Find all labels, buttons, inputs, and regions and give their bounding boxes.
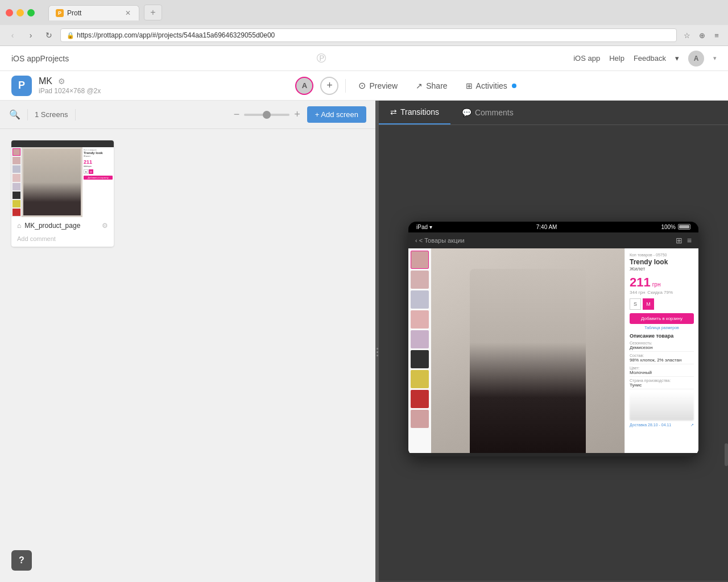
thumb-item-4[interactable]: [411, 310, 429, 329]
browser-chrome: P Prott ✕ + ‹ › ↻ 🔒 https://prottapp.com…: [0, 0, 728, 46]
activities-notification-dot: [512, 84, 516, 88]
desc-rows: Сезонность: Демисезон Состав: 98% хлопок…: [630, 341, 694, 421]
address-bar[interactable]: 🔒 https://prottapp.com/app/#/projects/54…: [60, 28, 677, 42]
product-brand-label: Коп товаров - 05750: [630, 253, 694, 257]
main-layout: 🔍 1 Screens − + + Add screen: [0, 101, 728, 582]
help-link[interactable]: Help: [609, 54, 624, 63]
back-button-app[interactable]: ‹ < Товары акции: [415, 237, 465, 244]
extensions-icon[interactable]: ⊕: [696, 30, 708, 41]
screen-comment[interactable]: Add comment: [11, 235, 114, 247]
browser-tab-prott[interactable]: P Prott ✕: [48, 5, 139, 20]
app-screen: ‹ < Товары акции ⊞ ≡: [408, 232, 698, 453]
thumb-item-2[interactable]: [411, 271, 429, 289]
app-top-bar: iOS app Projects ℗ iOS app Help Feedback…: [0, 46, 728, 71]
composition-value: 98% хлопок, 2% эластан: [630, 357, 694, 363]
thumb-item-9[interactable]: [411, 410, 429, 428]
zoom-slider[interactable]: [244, 114, 289, 116]
project-name: MK: [39, 76, 52, 86]
activities-button[interactable]: ⊞ Activities: [460, 78, 522, 94]
price-row: 211 грн: [630, 275, 694, 290]
device-battery-area: 100%: [661, 224, 690, 230]
comments-icon: 💬: [462, 108, 471, 117]
tab-bar: P Prott ✕ +: [48, 5, 722, 20]
desc-row-seasonality: Сезонность: Демисезон: [630, 341, 694, 352]
screens-grid: Коп товаров Trendy look Жилет 211 344 гр…: [0, 129, 375, 582]
battery-fill: [679, 225, 689, 228]
maximize-traffic-light[interactable]: [27, 9, 35, 16]
device-model: iPad ▾: [416, 224, 432, 230]
screens-count: 1 Screens: [35, 110, 68, 119]
browser-nav: ‹ › ↻ 🔒 https://prottapp.com/app/#/proje…: [0, 25, 728, 45]
share-button[interactable]: ↗ Share: [410, 78, 453, 94]
desc-title: Описание товара: [630, 333, 694, 339]
user-avatar[interactable]: A: [295, 77, 313, 95]
grid-view-icon[interactable]: ⊞: [676, 236, 682, 245]
thumb-item-7[interactable]: [411, 370, 429, 388]
add-to-cart-button[interactable]: Добавить в корзину: [630, 313, 694, 324]
share-icon-small[interactable]: ↗: [690, 423, 694, 427]
color-label: Цвет:: [630, 366, 694, 370]
size-chart-link[interactable]: Таблица размеров: [630, 326, 694, 330]
mockup-top-bar: [11, 140, 114, 147]
zoom-in-button[interactable]: +: [294, 109, 300, 120]
size-options: S M: [630, 298, 694, 310]
project-meta: iPad 1024×768 @2x: [39, 87, 101, 95]
comments-tab[interactable]: 💬 Comments: [450, 101, 525, 124]
thumb-item-3[interactable]: [411, 290, 429, 309]
settings-icon[interactable]: ≡: [711, 30, 722, 41]
product-info-panel: Коп товаров - 05750 Trendy look Жилет 21…: [624, 248, 698, 453]
thumb-item-8[interactable]: [411, 390, 429, 408]
minimize-traffic-light[interactable]: [16, 9, 24, 16]
close-traffic-light[interactable]: [6, 9, 13, 16]
left-toolbar: 🔍 1 Screens − + + Add screen: [0, 101, 375, 129]
add-collaborator-button[interactable]: +: [320, 77, 338, 95]
person-figure: [470, 269, 586, 453]
projects-link[interactable]: iOS app: [11, 54, 40, 63]
device-bottom-bar: [408, 453, 698, 456]
screen-card[interactable]: Коп товаров Trendy look Жилет 211 344 гр…: [11, 140, 114, 247]
ios-app-link[interactable]: iOS app: [573, 54, 600, 63]
projects-nav[interactable]: Projects: [40, 54, 69, 63]
screen-card-footer: ⌂ MK_product_page ⚙: [11, 217, 114, 234]
tab-close-button[interactable]: ✕: [124, 9, 132, 17]
help-button[interactable]: ?: [11, 550, 32, 571]
mockup-right-col: Коп товаров Trendy look Жилет 211 344 гр…: [82, 147, 114, 217]
product-main-image: [431, 248, 624, 453]
preview-button[interactable]: ⊙ Preview: [353, 77, 403, 94]
zoom-thumb[interactable]: [263, 111, 271, 119]
nav-right-icons: ⊞ ≡: [676, 236, 692, 245]
project-settings-icon[interactable]: ⚙: [58, 77, 65, 86]
top-bar-right: iOS app Help Feedback ▾ A ▾: [573, 51, 717, 66]
browser-titlebar: P Prott ✕ +: [0, 0, 728, 25]
seasonality-value: Демисезон: [630, 345, 694, 350]
forward-button[interactable]: ›: [24, 28, 38, 42]
app-nav-bar: ‹ < Товары акции ⊞ ≡: [408, 232, 698, 248]
back-button[interactable]: ‹: [6, 28, 19, 42]
transitions-icon: ⇄: [390, 107, 397, 117]
project-info: MK ⚙ iPad 1024×768 @2x: [39, 76, 101, 95]
tab-title: Prott: [67, 9, 81, 17]
search-icon[interactable]: 🔍: [9, 109, 20, 120]
thumb-item-5[interactable]: [411, 330, 429, 348]
menu-icon[interactable]: ≡: [687, 236, 692, 245]
product-price: 211: [630, 275, 651, 290]
bookmark-icon[interactable]: ☆: [681, 30, 693, 41]
screen-settings-icon[interactable]: ⚙: [102, 222, 108, 230]
feedback-link[interactable]: Feedback: [634, 54, 666, 63]
reload-button[interactable]: ↻: [42, 28, 56, 42]
transitions-tab[interactable]: ⇄ Transitions: [379, 101, 450, 124]
device-status-bar: iPad ▾ 7:40 AM 100%: [408, 222, 698, 232]
device-preview-area: iPad ▾ 7:40 AM 100% ‹ < Тов: [379, 125, 728, 552]
thumb-item-1[interactable]: [411, 251, 429, 269]
size-s-button[interactable]: S: [630, 298, 641, 310]
add-screen-button[interactable]: + Add screen: [307, 106, 366, 123]
user-avatar-top[interactable]: A: [688, 51, 704, 66]
size-m-button[interactable]: M: [643, 298, 654, 310]
thumb-item-6[interactable]: [411, 350, 429, 368]
zoom-controls: − +: [234, 109, 300, 120]
product-name-label: Trendy look: [630, 258, 694, 266]
divider-dot: [377, 355, 378, 356]
new-tab-button[interactable]: +: [144, 5, 162, 20]
zoom-out-button[interactable]: −: [234, 109, 240, 120]
delivery-label: Доставка 28.10 - 04.11: [630, 423, 671, 427]
